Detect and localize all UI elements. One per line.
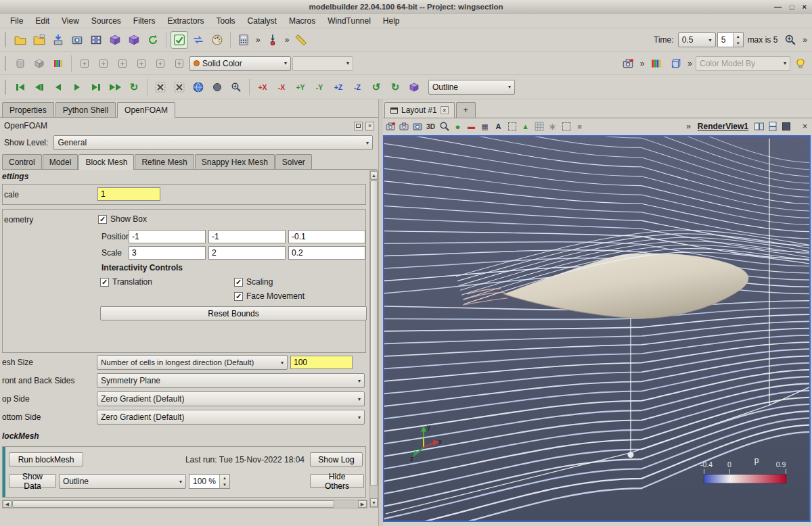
select-points-icon[interactable] [171,78,188,96]
horizontal-scrollbar-thumb[interactable] [12,500,334,508]
step-back-button[interactable] [49,78,67,96]
rescale-to-data-icon[interactable] [114,55,131,72]
zoom-to-box-icon[interactable] [227,78,245,96]
maximize-view-button[interactable] [780,121,792,133]
play-button[interactable] [68,78,86,96]
placeholder-icon[interactable]: ■ [574,121,585,133]
menu-catalyst[interactable]: Catalyst [242,14,283,28]
save-data-icon[interactable] [49,31,67,49]
select-cells-icon[interactable] [152,78,169,96]
close-button[interactable]: × [803,3,807,11]
float-panel-button[interactable] [354,122,363,130]
color-palette-icon[interactable] [208,31,226,49]
capture-view-icon[interactable] [411,121,423,133]
maximize-button[interactable]: □ [790,3,794,11]
new-layout-tab[interactable]: + [456,102,476,118]
menu-edit[interactable]: Edit [29,14,55,28]
set-view-plus-y-button[interactable]: +Y [292,78,309,96]
scroll-right-button[interactable] [358,500,367,508]
toolbar-grip[interactable] [5,32,8,47]
select-frustum-icon[interactable] [560,121,572,133]
reset-camera-icon[interactable] [189,78,207,96]
render-view-title[interactable]: RenderView1 [695,122,751,131]
overflow-button[interactable]: » [638,59,647,68]
tab-python-shell[interactable]: Python Shell [55,102,116,117]
last-frame-button[interactable] [106,78,124,96]
open-recent-icon[interactable] [30,31,48,49]
toggle-color-legend-icon[interactable] [76,55,93,72]
toggle-3d-button[interactable]: 3D [425,121,436,133]
horizontal-scrollbar[interactable] [2,500,367,508]
scale-x-input[interactable] [129,246,206,260]
hide-center-icon[interactable]: ▬ [466,121,477,133]
set-view-plus-z-button[interactable]: +Z [330,78,347,96]
rotate-90-ccw-button[interactable]: ↺ [367,78,385,96]
subtab-snappy-hex-mesh[interactable]: Snappy Hex Mesh [195,154,275,169]
scroll-down-button[interactable] [370,498,378,507]
solid-color-combo[interactable]: Solid Color [189,56,291,71]
grid-axes-icon[interactable] [533,121,545,133]
position-y-input[interactable] [208,230,286,243]
save-screenshot-icon[interactable] [68,31,86,49]
rescale-custom-icon[interactable] [133,55,150,72]
subtab-model[interactable]: Model [43,154,78,169]
text-annotation-icon[interactable]: A [493,121,504,133]
open-file-icon[interactable] [12,31,29,49]
rotate-90-cw-button[interactable]: ↻ [386,78,404,96]
menu-filters[interactable]: Filters [127,14,162,28]
tab-layout-1[interactable]: Layout #1 × [384,102,455,118]
auto-apply-toggle[interactable] [171,31,188,49]
blockmesh-representation-combo[interactable]: Outline [59,474,186,489]
ignore-time-icon[interactable] [189,31,207,49]
zoom-to-data-icon[interactable] [782,31,799,49]
split-horizontal-button[interactable] [753,121,765,133]
show-box-checkbox[interactable]: Show Box [98,214,147,224]
scroll-left-button[interactable] [3,500,12,508]
render-viewport[interactable]: y x z -0.4 0 0.9 p [383,135,811,522]
probe-tree-icon[interactable]: ▲ [520,121,531,133]
bottom-side-combo[interactable]: Zero Gradient (Default) [97,410,365,425]
axes-grid-icon[interactable] [667,55,684,72]
face-movement-checkbox[interactable]: Face Movement [234,291,304,301]
vertical-scrollbar-thumb[interactable] [370,181,378,486]
tab-openfoam[interactable]: OpenFOAM [117,102,175,118]
frame-spinner[interactable]: 5 [717,32,744,47]
overflow-button[interactable]: » [800,35,809,45]
first-frame-button[interactable] [12,78,29,96]
scaling-checkbox[interactable]: Scaling [234,277,273,287]
center-rotation-icon[interactable]: ● [452,121,464,133]
next-frame-button[interactable] [87,78,105,96]
reset-bounds-button[interactable]: Reset Bounds [100,306,367,320]
loop-button[interactable]: ↻ [125,78,143,96]
tab-properties[interactable]: Properties [2,102,54,117]
menu-view[interactable]: View [55,14,85,28]
overflow-button[interactable]: » [685,59,694,68]
top-side-combo[interactable]: Zero Gradient (Default) [97,391,365,406]
position-x-input[interactable] [129,230,206,243]
menu-windtunnel[interactable]: WindTunnel [321,14,377,28]
save-state-icon[interactable] [125,31,143,49]
previous-frame-button[interactable] [30,78,48,96]
spreadsheet-icon[interactable]: ▦ [479,121,491,133]
position-z-input[interactable] [288,230,365,243]
subtab-control[interactable]: Control [2,154,42,169]
view-zoom-icon[interactable] [438,121,450,133]
menu-file[interactable]: File [4,14,29,28]
close-layout-icon[interactable]: × [441,106,449,114]
subtab-block-mesh[interactable]: Block Mesh [78,154,134,170]
run-blockmesh-button[interactable]: Run blockMesh [9,452,83,467]
edit-color-map-icon[interactable] [95,55,112,72]
menu-help[interactable]: Help [377,14,406,28]
toolbar-grip[interactable] [5,56,8,71]
mesh-size-combo[interactable]: Number of cells in longest direction (De… [97,355,288,370]
outline-representation-combo[interactable]: Outline [428,80,515,95]
translation-checkbox[interactable]: Translation [100,277,152,287]
rescale-temporal-icon[interactable] [171,55,188,72]
mesh-cells-input[interactable] [290,356,353,369]
set-view-minus-z-button[interactable]: -Z [348,78,366,96]
scale-input[interactable] [97,187,160,201]
render-scene[interactable]: y x z -0.4 0 0.9 p [384,137,809,521]
save-animation-icon[interactable] [87,31,105,49]
load-state-icon[interactable] [106,31,124,49]
probe-location-icon[interactable] [264,31,281,49]
